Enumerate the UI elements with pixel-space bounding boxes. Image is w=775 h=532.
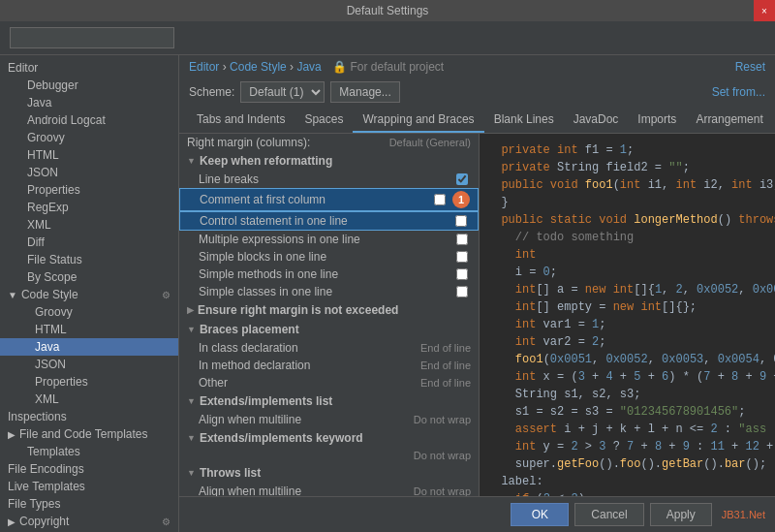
- sidebar-item-groovy[interactable]: Groovy: [0, 303, 178, 321]
- sidebar-item-json-top[interactable]: JSON: [0, 164, 178, 181]
- sidebar-item-xml-top[interactable]: XML: [0, 216, 178, 234]
- simple-blocks-checkbox[interactable]: [456, 251, 468, 263]
- tab-imports[interactable]: Imports: [628, 108, 686, 133]
- sidebar-item-html-top[interactable]: HTML: [0, 146, 178, 164]
- simple-blocks-row: Simple blocks in one line: [179, 248, 479, 266]
- close-icon: ×: [761, 6, 767, 16]
- code-line: i = 0;: [487, 264, 767, 281]
- expand-arrow-icon3: ▶: [8, 516, 16, 527]
- sidebar-item-properties[interactable]: Properties: [0, 373, 178, 391]
- expand-arrow-icon2: ▶: [8, 429, 16, 440]
- in-method-declaration-value: End of line: [420, 360, 471, 371]
- sidebar-item-java-top[interactable]: Java: [0, 94, 178, 111]
- in-class-declaration-value: End of line: [420, 342, 471, 354]
- sidebar-item-editor[interactable]: Editor: [0, 59, 178, 77]
- right-margin-row: Right margin (columns): Default (General…: [179, 134, 479, 151]
- comment-at-first-column-row: Comment at first column 1: [179, 188, 479, 211]
- in-method-declaration-row: In method declaration End of line: [179, 357, 479, 374]
- tab-arrangement[interactable]: Arrangement: [686, 108, 772, 133]
- sidebar-item-xml[interactable]: XML: [0, 391, 178, 408]
- sidebar-item-file-encodings[interactable]: File Encodings: [0, 460, 178, 478]
- triangle-icon6: ▼: [187, 468, 196, 478]
- sidebar-item-by-scope[interactable]: By Scope: [0, 268, 178, 286]
- code-line: }: [487, 194, 767, 211]
- extends-align-multiline-row: Align when multiline Do not wrap: [179, 411, 479, 428]
- search-input[interactable]: [10, 27, 174, 48]
- code-line: String s1, s2, s3;: [487, 386, 767, 403]
- breadcrumb: Editor › Code Style › Java 🔒 For default…: [189, 60, 444, 74]
- scheme-select[interactable]: Default (1): [240, 81, 325, 103]
- cancel-button[interactable]: Cancel: [574, 503, 643, 526]
- extends-implements-list-label: Extends/implements list: [200, 394, 332, 408]
- sidebar-item-inspections[interactable]: Inspections: [0, 408, 178, 425]
- sidebar-item-groovy-top[interactable]: Groovy: [0, 129, 178, 146]
- window-title: Default Settings: [347, 4, 429, 17]
- sidebar-item-regexp[interactable]: RegExp: [0, 199, 178, 216]
- sidebar-item-code-style[interactable]: ▼Code Style ⚙: [0, 286, 178, 303]
- extends-do-not-wrap: Do not wrap: [414, 414, 471, 425]
- sidebar-item-file-code-templates[interactable]: ▶File and Code Templates: [0, 425, 178, 443]
- extends-keyword-value-row: Do not wrap: [179, 448, 479, 463]
- reset-link[interactable]: Reset: [735, 60, 765, 74]
- title-bar: Default Settings ×: [0, 0, 775, 21]
- control-statement-row: Control statement in one line: [179, 211, 479, 231]
- top-bar: [0, 21, 775, 55]
- set-from-link[interactable]: Set from...: [712, 85, 765, 99]
- sidebar: Editor Debugger Java Android Logcat Groo…: [0, 55, 179, 532]
- line-breaks-checkbox[interactable]: [456, 173, 468, 185]
- sidebar-item-properties-top[interactable]: Properties: [0, 181, 178, 199]
- triangle-icon: ▼: [187, 156, 196, 166]
- throws-do-not-wrap: Do not wrap: [414, 485, 471, 496]
- code-line: assert i + j + k + l + n <= 2 : "ass: [487, 421, 767, 438]
- multiple-expressions-checkbox[interactable]: [456, 234, 468, 245]
- simple-methods-label: Simple methods in one line: [199, 267, 453, 281]
- scheme-bar: Scheme: Default (1) Manage... Set from..…: [179, 78, 775, 108]
- tab-blank-lines[interactable]: Blank Lines: [484, 108, 564, 133]
- sidebar-item-java[interactable]: Java: [0, 338, 178, 356]
- code-line: super.getFoo().foo().getBar().bar();: [487, 455, 767, 473]
- manage-button[interactable]: Manage...: [330, 81, 399, 103]
- code-line: s1 = s2 = s3 = "012345678901456";: [487, 403, 767, 421]
- sidebar-item-file-types[interactable]: File Types: [0, 495, 178, 513]
- tab-javadoc[interactable]: JavaDoc: [564, 108, 629, 133]
- gear-icon[interactable]: ⚙: [162, 290, 170, 300]
- tab-tabs-and-indents[interactable]: Tabs and Indents: [187, 108, 294, 133]
- bottom-bar: OK Cancel Apply JB31.Net: [179, 496, 775, 532]
- right-margin-value: Default (General): [389, 137, 471, 148]
- content-area: Editor Debugger Java Android Logcat Groo…: [0, 55, 775, 532]
- gear-icon2[interactable]: ⚙: [162, 516, 170, 527]
- extends-keyword-section: ▼ Extends/implements keyword: [179, 428, 479, 448]
- in-method-declaration-label: In method declaration: [199, 359, 417, 372]
- code-line: int: [487, 246, 767, 264]
- code-line: public void foo1(int i1, int i2, int i3,…: [487, 176, 767, 194]
- code-line: foo1(0x0051, 0x0052, 0x0053, 0x0054, 0x: [487, 351, 767, 368]
- extends-align-label: Align when multiline: [199, 413, 410, 426]
- scheme-label: Scheme:: [189, 85, 234, 99]
- sidebar-item-json[interactable]: JSON: [0, 356, 178, 373]
- ok-button[interactable]: OK: [511, 503, 569, 526]
- simple-classes-checkbox[interactable]: [456, 286, 468, 297]
- sidebar-item-live-templates[interactable]: Live Templates: [0, 478, 178, 495]
- sidebar-item-android-logcat[interactable]: Android Logcat: [0, 111, 178, 129]
- sidebar-item-copyright[interactable]: ▶Copyright ⚙: [0, 513, 178, 530]
- extends-keyword-label: Extends/implements keyword: [200, 431, 363, 445]
- triangle-icon4: ▼: [187, 396, 196, 406]
- close-button[interactable]: ×: [754, 0, 775, 21]
- tab-wrapping-and-braces[interactable]: Wrapping and Braces: [353, 108, 483, 133]
- simple-methods-checkbox[interactable]: [456, 268, 468, 280]
- right-panel: Editor › Code Style › Java 🔒 For default…: [179, 55, 775, 532]
- tab-spaces[interactable]: Spaces: [294, 108, 353, 133]
- sidebar-item-templates[interactable]: Templates: [0, 443, 178, 460]
- code-line: int var1 = 1;: [487, 316, 767, 333]
- sidebar-item-file-status[interactable]: File Status: [0, 251, 178, 268]
- comment-at-first-column-checkbox[interactable]: [434, 194, 446, 205]
- throws-align-label: Align when multiline: [199, 485, 410, 496]
- sidebar-item-debugger[interactable]: Debugger: [0, 77, 178, 94]
- sidebar-item-html[interactable]: HTML: [0, 321, 178, 338]
- control-statement-checkbox[interactable]: [455, 215, 467, 227]
- sidebar-item-diff[interactable]: Diff: [0, 234, 178, 251]
- settings-panel: Right margin (columns): Default (General…: [179, 134, 480, 496]
- apply-button[interactable]: Apply: [650, 503, 712, 526]
- split-pane: Right margin (columns): Default (General…: [179, 134, 775, 496]
- badge: 1: [452, 191, 470, 208]
